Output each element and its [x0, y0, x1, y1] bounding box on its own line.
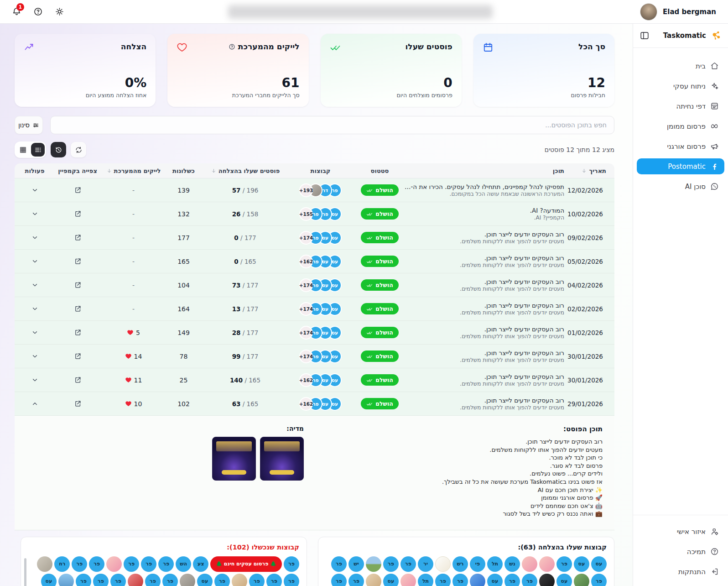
group-chip[interactable]: עס	[574, 556, 589, 572]
group-chip-image[interactable]	[522, 556, 537, 572]
group-chip[interactable]: פר	[400, 556, 416, 572]
group-chip[interactable]: פר	[383, 556, 399, 572]
group-chip-image[interactable]	[366, 556, 381, 572]
sidebar-item-postomatic[interactable]: Postomatic	[637, 158, 724, 174]
group-chip[interactable]: עס	[383, 574, 399, 586]
group-chip[interactable]: פר	[158, 556, 174, 572]
sidebar-item-logout[interactable]: התנתקות	[637, 564, 724, 580]
group-chip-image[interactable]	[470, 574, 485, 586]
expand-row-button[interactable]	[28, 302, 42, 316]
group-chip[interactable]: פר	[89, 556, 104, 572]
sidebar-item-paid-publishing[interactable]: פרסום ממומן	[637, 118, 724, 134]
group-chip[interactable]: פר	[591, 574, 607, 586]
user-menu[interactable]: Elad bergman	[640, 3, 716, 21]
group-chip[interactable]: פר	[556, 556, 572, 572]
expand-row-button[interactable]	[28, 183, 42, 197]
expand-row-button[interactable]	[28, 231, 42, 245]
sidebar-item-landing-pages[interactable]: דפי נחיתה	[637, 98, 724, 114]
group-chip[interactable]: פר	[141, 556, 156, 572]
sidebar-collapse-icon[interactable]	[640, 31, 650, 41]
group-chip[interactable]: עס	[197, 574, 213, 586]
group-chip-image[interactable]	[539, 556, 555, 572]
expand-row-button[interactable]	[28, 350, 42, 363]
group-chip-image[interactable]	[574, 574, 589, 586]
group-chip[interactable]: פר	[435, 574, 451, 586]
expand-row-button[interactable]	[28, 278, 42, 292]
open-campaign-button[interactable]	[71, 350, 84, 363]
group-chip-image[interactable]	[180, 574, 195, 586]
group-chip[interactable]: עס	[556, 574, 572, 586]
refresh-icon[interactable]	[71, 142, 86, 157]
help-icon[interactable]	[33, 7, 43, 16]
group-chip-image[interactable]	[400, 574, 416, 586]
open-campaign-button[interactable]	[71, 207, 84, 221]
panel-scrollbar[interactable]	[24, 558, 26, 586]
sidebar-item-personal-area[interactable]: איזור אישי	[637, 523, 724, 539]
sort-arrow-down-icon[interactable]	[106, 168, 112, 174]
sidebar-item-support[interactable]: תמיכה	[637, 544, 724, 560]
help-circle-icon[interactable]	[229, 43, 235, 50]
expand-row-button[interactable]	[28, 207, 42, 221]
group-chip[interactable]: יר	[418, 556, 433, 572]
group-chip[interactable]: פר	[504, 574, 520, 586]
group-chip[interactable]: יש	[348, 556, 364, 572]
group-chip-image[interactable]	[106, 556, 122, 572]
col-success[interactable]: פוסטים שעלו בהצלחה	[205, 167, 285, 174]
open-campaign-button[interactable]	[71, 278, 84, 292]
list-view-icon[interactable]	[31, 143, 45, 157]
open-campaign-button[interactable]	[71, 255, 84, 268]
group-chip[interactable]: רש	[452, 556, 468, 572]
open-campaign-button[interactable]	[71, 183, 84, 197]
group-chip[interactable]: פר	[348, 574, 364, 586]
media-thumbnail[interactable]	[212, 437, 256, 481]
group-chip[interactable]: תל	[487, 556, 503, 572]
group-chip-image[interactable]	[128, 574, 143, 586]
expand-row-button[interactable]	[28, 326, 42, 340]
group-chip[interactable]: פר	[145, 574, 161, 586]
group-chip[interactable]: עס	[591, 556, 607, 572]
group-chip-image[interactable]	[366, 574, 381, 586]
group-chip[interactable]: פר	[331, 574, 347, 586]
sort-arrow-down-icon[interactable]	[581, 168, 587, 174]
open-campaign-button[interactable]	[71, 326, 84, 340]
sort-arrow-down-icon[interactable]	[211, 168, 217, 174]
col-likes[interactable]: לייקים מהמערכת	[105, 167, 162, 174]
group-chip[interactable]: פר	[266, 574, 282, 586]
group-chip[interactable]: תל	[418, 574, 433, 586]
group-chip-image[interactable]	[232, 574, 247, 586]
group-chip[interactable]: צע	[193, 556, 208, 572]
group-chip-image[interactable]	[37, 556, 52, 572]
group-chip[interactable]: רח	[54, 556, 70, 572]
open-campaign-button[interactable]	[71, 231, 84, 245]
group-chip-image[interactable]	[58, 574, 74, 586]
sidebar-item-ai-agent[interactable]: סוכן AI	[637, 178, 724, 194]
sidebar-item-organic-publishing[interactable]: פרסום אורגני	[637, 138, 724, 154]
search-input[interactable]	[50, 116, 614, 134]
group-chip[interactable]: פר	[284, 574, 299, 586]
group-chip[interactable]: פר	[110, 574, 126, 586]
avatar[interactable]	[640, 3, 657, 21]
group-chip[interactable]: עס	[487, 574, 503, 586]
collapse-row-button[interactable]	[28, 397, 42, 411]
group-chip[interactable]: פר	[249, 574, 265, 586]
group-chip-pill[interactable]: 🌲 פרסום עסקים חינם 🌲	[210, 556, 282, 572]
group-chip[interactable]: עס	[41, 574, 57, 586]
grid-view-icon[interactable]	[16, 143, 30, 157]
open-campaign-button[interactable]	[71, 373, 84, 387]
group-chip[interactable]: פי	[470, 556, 485, 572]
group-chip[interactable]: פר	[522, 574, 537, 586]
group-chip[interactable]: פר	[284, 556, 299, 572]
group-chip[interactable]: פר	[72, 556, 87, 572]
sidebar-item-business-analysis[interactable]: ניתוח עסקי	[637, 78, 724, 94]
filter-button[interactable]: סינון	[15, 116, 43, 134]
group-chip[interactable]: פר	[93, 574, 109, 586]
notifications-bell-icon[interactable]: 1	[12, 7, 21, 16]
media-thumbnail[interactable]	[260, 437, 304, 481]
group-chip[interactable]: נש	[504, 556, 520, 572]
group-chip[interactable]: פר	[331, 556, 347, 572]
group-chip[interactable]: פר	[214, 574, 230, 586]
group-chip-image[interactable]	[539, 574, 555, 586]
group-chip[interactable]: פר	[124, 556, 139, 572]
group-chip[interactable]: פר	[76, 574, 91, 586]
expand-row-button[interactable]	[28, 373, 42, 387]
